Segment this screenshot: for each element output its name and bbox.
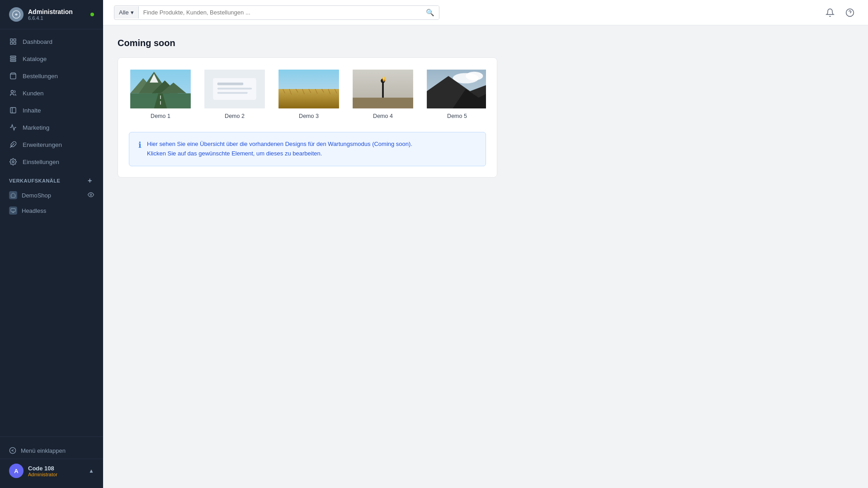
demo-2-thumbnail — [203, 69, 266, 109]
svg-point-14 — [90, 194, 92, 196]
settings-icon — [9, 158, 17, 166]
app-title-block: Administration 6.6.4.1 — [28, 8, 86, 21]
sidebar-item-marketing[interactable]: Marketing — [0, 119, 103, 136]
topbar: Alle ▾ 🔍 — [103, 0, 868, 25]
demo-2-label: Demo 2 — [225, 113, 245, 119]
einstellungen-label: Einstellungen — [23, 159, 59, 165]
svg-rect-29 — [160, 95, 161, 99]
search-filter-dropdown[interactable]: Alle ▾ — [114, 6, 139, 19]
svg-rect-1 — [10, 39, 13, 41]
svg-rect-49 — [382, 83, 384, 98]
sidebar-item-inhalte[interactable]: Inhalte — [0, 102, 103, 119]
headless-label: Headless — [22, 207, 46, 214]
demo-5-thumbnail — [425, 69, 486, 109]
chevron-down-icon: ▾ — [131, 9, 134, 16]
sidebar-item-einstellungen[interactable]: Einstellungen — [0, 153, 103, 170]
demoshop-label: DemoShop — [22, 192, 51, 199]
help-button[interactable] — [843, 5, 857, 20]
app-version: 6.6.4.1 — [28, 15, 86, 21]
user-avatar: A — [9, 464, 24, 478]
sidebar-item-headless[interactable]: Headless — [0, 203, 103, 218]
demo-3-thumbnail — [277, 69, 340, 109]
user-bar[interactable]: A Code 108 Administrator ▲ — [0, 459, 103, 483]
demo-1-label: Demo 1 — [151, 113, 170, 119]
svg-rect-30 — [160, 101, 161, 105]
info-circle-icon: ℹ — [138, 140, 142, 150]
kataloge-label: Kataloge — [23, 56, 47, 62]
sidebar-item-erweiterungen[interactable]: Erweiterungen — [0, 136, 103, 153]
demoshop-eye-icon[interactable] — [88, 192, 94, 199]
search-filter-label: Alle — [119, 9, 129, 16]
search-button[interactable]: 🔍 — [421, 6, 439, 19]
bestellungen-label: Bestellungen — [23, 73, 58, 80]
sales-channels-section-header: Verkaufskanäle + — [0, 170, 103, 188]
demo-5-item[interactable]: Demo 5 — [425, 69, 486, 119]
sidebar: Administration 6.6.4.1 Dashboard Katalog… — [0, 0, 103, 488]
svg-rect-4 — [14, 42, 16, 44]
online-indicator — [90, 13, 94, 16]
demo-2-item[interactable]: Demo 2 — [203, 69, 266, 119]
user-name: Code 108 — [28, 465, 84, 472]
sidebar-item-kataloge[interactable]: Kataloge — [0, 50, 103, 67]
svg-rect-48 — [353, 98, 413, 108]
sidebar-item-dashboard[interactable]: Dashboard — [0, 33, 103, 50]
svg-rect-35 — [217, 92, 248, 94]
catalog-icon — [9, 55, 17, 63]
demo-3-item[interactable]: Demo 3 — [277, 69, 340, 119]
customers-icon — [9, 89, 17, 97]
svg-rect-2 — [14, 39, 16, 41]
coming-soon-card: Demo 1 Demo 2 — [118, 57, 497, 178]
sales-channels-label: Verkaufskanäle — [9, 178, 60, 183]
app-name: Administration — [28, 8, 86, 15]
sidebar-item-demoshop[interactable]: DemoShop — [0, 188, 103, 203]
svg-rect-10 — [10, 108, 16, 113]
info-text-content: Hier sehen Sie eine Übersicht über die v… — [147, 140, 412, 159]
page-title: Coming soon — [118, 38, 854, 48]
svg-point-18 — [9, 447, 15, 453]
add-sales-channel-button[interactable]: + — [86, 177, 94, 185]
demo-4-label: Demo 4 — [373, 113, 393, 119]
erweiterungen-label: Erweiterungen — [23, 141, 62, 148]
demo-1-item[interactable]: Demo 1 — [129, 69, 192, 119]
info-text-line2: Klicken Sie auf das gewünschte Element, … — [147, 150, 322, 157]
info-text-line1: Hier sehen Sie eine Übersicht über die v… — [147, 141, 412, 147]
dashboard-icon — [9, 38, 17, 46]
demo-3-label: Demo 3 — [299, 113, 319, 119]
svg-point-52 — [383, 76, 385, 80]
demo-5-label: Demo 5 — [447, 113, 467, 119]
svg-rect-33 — [217, 83, 243, 85]
demo-4-thumbnail — [351, 69, 415, 109]
svg-point-55 — [466, 72, 483, 80]
svg-point-13 — [12, 161, 14, 163]
inhalte-label: Inhalte — [23, 107, 41, 114]
user-initials: A — [14, 468, 18, 474]
app-logo — [9, 7, 24, 22]
demoshop-icon — [9, 191, 17, 199]
headless-icon — [9, 206, 17, 215]
kunden-label: Kunden — [23, 90, 44, 97]
user-role: Administrator — [28, 472, 84, 477]
user-menu-chevron-icon: ▲ — [89, 468, 94, 474]
collapse-icon — [9, 447, 16, 454]
demo-1-thumbnail — [129, 69, 192, 109]
sidebar-item-kunden[interactable]: Kunden — [0, 84, 103, 102]
search-input[interactable] — [139, 6, 421, 19]
collapse-menu-button[interactable]: Menü einklappen — [0, 442, 103, 459]
marketing-icon — [9, 123, 17, 131]
svg-rect-5 — [10, 56, 16, 57]
search-container: Alle ▾ 🔍 — [114, 5, 439, 20]
svg-rect-34 — [217, 88, 252, 89]
sidebar-item-bestellungen[interactable]: Bestellungen — [0, 67, 103, 84]
collapse-menu-label: Menü einklappen — [21, 447, 66, 454]
orders-icon — [9, 72, 17, 80]
user-info: Code 108 Administrator — [28, 465, 84, 477]
sidebar-header: Administration 6.6.4.1 — [0, 0, 103, 29]
svg-point-9 — [11, 90, 13, 93]
sidebar-footer: Menü einklappen A Code 108 Administrator… — [0, 436, 103, 488]
notifications-button[interactable] — [823, 5, 837, 20]
content-icon — [9, 106, 17, 114]
demo-4-item[interactable]: Demo 4 — [351, 69, 415, 119]
extensions-icon — [9, 141, 17, 149]
demo-grid: Demo 1 Demo 2 — [129, 69, 486, 119]
svg-rect-7 — [10, 60, 16, 61]
